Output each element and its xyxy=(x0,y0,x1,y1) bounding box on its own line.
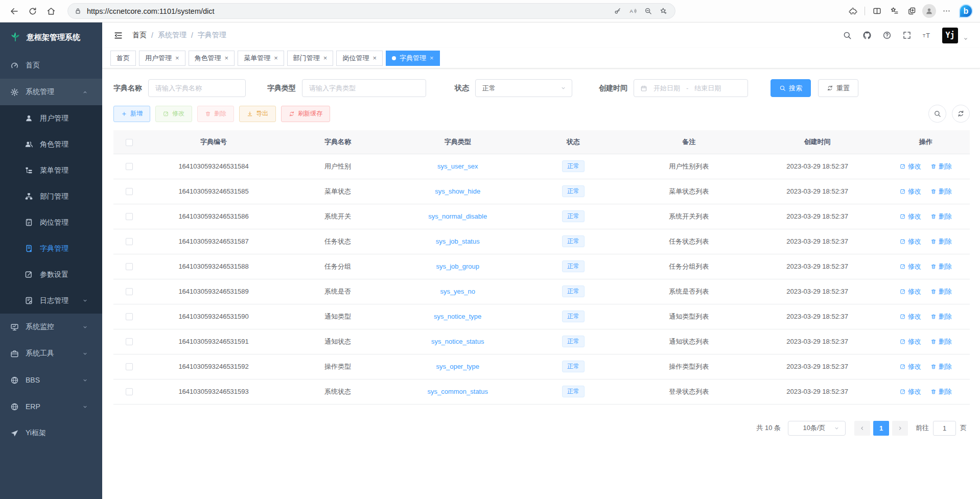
edit-button[interactable]: 修改 xyxy=(155,106,192,122)
row-checkbox[interactable] xyxy=(126,363,133,370)
sidebar-item-log-admin[interactable]: 日志管理 xyxy=(0,288,102,314)
show-search-button[interactable] xyxy=(928,105,946,123)
row-edit-link[interactable]: 修改 xyxy=(900,162,921,171)
row-edit-link[interactable]: 修改 xyxy=(900,337,921,346)
dict-name-input[interactable] xyxy=(148,79,246,97)
tab-dict-admin[interactable]: 字典管理× xyxy=(386,51,440,66)
dict-type-link[interactable]: sys_notice_status xyxy=(431,338,484,345)
dict-type-link[interactable]: sys_job_status xyxy=(436,237,480,245)
row-delete-link[interactable]: 删除 xyxy=(930,237,952,246)
row-delete-link[interactable]: 删除 xyxy=(930,187,952,196)
address-bar[interactable]: https://ccnetcore.com:1101/system/dict A xyxy=(67,3,675,19)
select-all-checkbox[interactable] xyxy=(126,139,133,146)
dict-type-link[interactable]: sys_normal_disable xyxy=(428,212,487,220)
sidebar-item-dict-admin[interactable]: 字典管理 xyxy=(0,235,102,262)
row-delete-link[interactable]: 删除 xyxy=(930,262,952,271)
refresh-table-button[interactable] xyxy=(952,105,970,123)
breadcrumb-item[interactable]: 首页 xyxy=(132,31,147,40)
row-checkbox[interactable] xyxy=(126,263,133,270)
back-button[interactable] xyxy=(5,2,24,20)
dict-type-link[interactable]: sys_notice_type xyxy=(434,313,481,320)
app-logo[interactable]: 意框架管理系统 xyxy=(0,22,102,52)
row-checkbox[interactable] xyxy=(126,188,133,195)
profile-button[interactable] xyxy=(920,2,938,20)
row-checkbox[interactable] xyxy=(126,213,133,220)
avatar-caret-down-icon[interactable] xyxy=(963,36,969,42)
search-button[interactable] xyxy=(843,31,852,40)
refresh-cache-button[interactable]: 刷新缓存 xyxy=(281,106,330,122)
dict-type-link[interactable]: sys_user_sex xyxy=(437,162,478,170)
next-page-button[interactable] xyxy=(892,421,908,436)
row-delete-link[interactable]: 删除 xyxy=(930,362,952,371)
sidebar-item-dept-admin[interactable]: 部门管理 xyxy=(0,183,102,209)
row-edit-link[interactable]: 修改 xyxy=(900,387,921,396)
refresh-button[interactable] xyxy=(24,2,42,20)
user-avatar[interactable]: Yj xyxy=(942,28,958,43)
favorite-add-button[interactable] xyxy=(656,4,671,18)
tab-dept-admin[interactable]: 部门管理× xyxy=(287,51,334,66)
sidebar-item-role-admin[interactable]: 角色管理 xyxy=(0,131,102,157)
delete-button[interactable]: 删除 xyxy=(197,106,234,122)
prev-page-button[interactable] xyxy=(854,421,870,436)
add-button[interactable]: 新增 xyxy=(113,106,150,122)
extensions-button[interactable] xyxy=(844,2,861,20)
row-edit-link[interactable]: 修改 xyxy=(900,287,921,296)
sidebar-item-yi-framework[interactable]: Yi框架 xyxy=(0,420,102,446)
row-edit-link[interactable]: 修改 xyxy=(900,362,921,371)
copy-tab-button[interactable] xyxy=(903,2,920,20)
tab-home[interactable]: 首页 xyxy=(110,51,136,66)
key-button[interactable] xyxy=(610,4,625,18)
sidebar-item-system-tools[interactable]: 系统工具 xyxy=(0,340,102,367)
dict-type-link[interactable]: sys_job_group xyxy=(436,263,479,270)
sidebar-item-user-admin[interactable]: 用户管理 xyxy=(0,105,102,131)
sidebar-item-home[interactable]: 首页 xyxy=(0,52,102,79)
dict-type-input[interactable] xyxy=(302,79,426,97)
row-delete-link[interactable]: 删除 xyxy=(930,387,952,396)
sidebar-item-system-admin[interactable]: 系统管理 xyxy=(0,79,102,105)
collections-button[interactable] xyxy=(885,2,903,20)
row-delete-link[interactable]: 删除 xyxy=(930,312,952,321)
row-checkbox[interactable] xyxy=(126,238,133,245)
row-delete-link[interactable]: 删除 xyxy=(930,287,952,296)
tab-menu-admin[interactable]: 菜单管理× xyxy=(238,51,284,66)
page-size-select[interactable]: 10条/页 xyxy=(788,421,846,436)
breadcrumb-item[interactable]: 系统管理 xyxy=(158,31,186,40)
tab-close-icon[interactable]: × xyxy=(372,54,377,62)
status-select[interactable]: 正常 xyxy=(475,79,572,97)
tab-close-icon[interactable]: × xyxy=(323,54,328,62)
sidebar-fold-button[interactable] xyxy=(113,31,123,40)
zoom-out-button[interactable] xyxy=(640,4,656,18)
row-checkbox[interactable] xyxy=(126,313,133,320)
sidebar-item-param-settings[interactable]: 参数设置 xyxy=(0,262,102,288)
sidebar-item-post-admin[interactable]: 岗位管理 xyxy=(0,209,102,235)
tab-close-icon[interactable]: × xyxy=(175,54,179,62)
row-delete-link[interactable]: 删除 xyxy=(930,162,952,171)
split-screen-button[interactable] xyxy=(868,2,885,20)
sidebar-item-menu-admin[interactable]: 菜单管理 xyxy=(0,157,102,183)
text-size-button[interactable]: TT xyxy=(922,31,931,40)
home-button[interactable] xyxy=(42,2,60,20)
row-edit-link[interactable]: 修改 xyxy=(900,187,921,196)
row-edit-link[interactable]: 修改 xyxy=(900,237,921,246)
goto-page-input[interactable] xyxy=(933,421,956,436)
row-edit-link[interactable]: 修改 xyxy=(900,212,921,221)
row-checkbox[interactable] xyxy=(126,388,133,395)
tab-close-icon[interactable]: × xyxy=(225,54,229,62)
row-delete-link[interactable]: 删除 xyxy=(930,337,952,346)
sidebar-item-bbs[interactable]: BBS xyxy=(0,367,102,393)
row-edit-link[interactable]: 修改 xyxy=(900,312,921,321)
date-range-picker[interactable]: 开始日期 - 结束日期 xyxy=(634,79,748,97)
tab-close-icon[interactable]: × xyxy=(274,54,278,62)
tab-role-admin[interactable]: 角色管理× xyxy=(189,51,235,66)
read-aloud-button[interactable]: A xyxy=(625,4,640,18)
url-text[interactable]: https://ccnetcore.com:1101/system/dict xyxy=(87,7,610,15)
search-button[interactable]: 搜索 xyxy=(771,79,811,97)
row-checkbox[interactable] xyxy=(126,338,133,345)
fullscreen-button[interactable] xyxy=(902,31,912,40)
page-1-button[interactable]: 1 xyxy=(873,421,889,436)
row-checkbox[interactable] xyxy=(126,288,133,295)
sidebar-item-erp[interactable]: ERP xyxy=(0,393,102,420)
row-checkbox[interactable] xyxy=(126,163,133,170)
sidebar-item-system-monitor[interactable]: 系统监控 xyxy=(0,314,102,340)
row-delete-link[interactable]: 删除 xyxy=(930,212,952,221)
